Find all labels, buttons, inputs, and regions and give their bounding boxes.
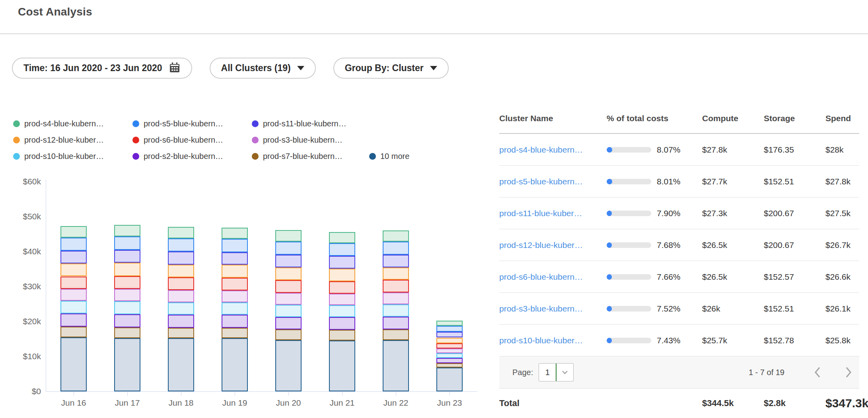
page-select[interactable]: 1: [539, 363, 574, 381]
bar-segment[interactable]: [60, 251, 87, 263]
bar-segment[interactable]: [114, 276, 140, 289]
group-by-dropdown[interactable]: Group By: Cluster: [333, 58, 449, 79]
bar-segment[interactable]: [383, 329, 409, 340]
bar-segment[interactable]: [436, 348, 463, 353]
bar-segment[interactable]: [222, 315, 248, 328]
bar-segment[interactable]: [329, 330, 355, 340]
bar-segment[interactable]: [114, 225, 140, 236]
bar-segment[interactable]: [114, 327, 140, 338]
bar-segment[interactable]: [329, 243, 355, 256]
bar-segment[interactable]: [436, 321, 463, 326]
bar-segment[interactable]: [168, 315, 194, 328]
bar-segment[interactable]: [329, 269, 355, 281]
bar-segment[interactable]: [436, 332, 463, 337]
bar-segment[interactable]: [168, 277, 194, 290]
bar-segment[interactable]: [436, 358, 463, 363]
bar-segment[interactable]: [383, 317, 409, 330]
bar-segment[interactable]: [168, 290, 194, 302]
bar-segment[interactable]: [168, 252, 194, 265]
bar-segment[interactable]: [383, 340, 409, 391]
legend-item[interactable]: prod-s5-blue-kubern…: [132, 118, 223, 130]
bar-segment[interactable]: [114, 301, 140, 314]
bar-segment[interactable]: [168, 227, 194, 238]
next-page-button[interactable]: [844, 366, 853, 379]
legend-item[interactable]: prod-s10-blue-kuber…: [13, 150, 104, 162]
bar-segment[interactable]: [383, 267, 409, 280]
bar-segment[interactable]: [275, 255, 302, 267]
bar-segment[interactable]: [275, 280, 302, 293]
bar-segment[interactable]: [222, 239, 248, 252]
bar-segment[interactable]: [329, 341, 355, 391]
cluster-name-link[interactable]: prod-s3-blue-kubern…: [499, 304, 583, 313]
legend-item[interactable]: 10 more: [369, 150, 409, 162]
bar-segment[interactable]: [436, 363, 463, 368]
legend-item[interactable]: prod-s2-blue-kubern…: [132, 150, 223, 162]
bar-segment[interactable]: [114, 289, 140, 301]
bar-segment[interactable]: [383, 242, 409, 255]
bar-segment[interactable]: [222, 228, 248, 239]
legend-item[interactable]: prod-s3-blue-kubern…: [252, 134, 343, 146]
bar-segment[interactable]: [436, 343, 463, 348]
legend-item[interactable]: prod-s12-blue-kuber…: [13, 134, 104, 146]
legend-item[interactable]: prod-s11-blue-kubern…: [252, 118, 346, 130]
bar-segment[interactable]: [436, 326, 463, 332]
legend-item[interactable]: prod-s4-blue-kubern…: [13, 118, 104, 130]
bar-segment[interactable]: [114, 338, 140, 391]
bar-segment[interactable]: [329, 232, 355, 243]
bar-segment[interactable]: [383, 292, 409, 304]
bar-segment[interactable]: [114, 250, 140, 263]
bar-segment[interactable]: [60, 301, 87, 314]
cluster-name-link[interactable]: prod-s12-blue-kuber…: [499, 240, 583, 250]
bar-segment[interactable]: [222, 328, 248, 338]
time-range-filter-button[interactable]: Time: 16 Jun 2020 - 23 Jun 2020: [12, 58, 192, 79]
bar-segment[interactable]: [329, 256, 355, 269]
bar-segment[interactable]: [329, 305, 355, 317]
bar-segment[interactable]: [222, 252, 248, 265]
legend-item[interactable]: prod-s7-blue-kubern…: [252, 150, 343, 162]
cluster-name-link[interactable]: prod-s11-blue-kuber…: [499, 209, 582, 218]
bar-segment[interactable]: [168, 302, 194, 315]
cluster-name-link[interactable]: prod-s5-blue-kubern…: [499, 177, 583, 186]
bar-segment[interactable]: [275, 242, 302, 255]
bar-segment[interactable]: [114, 263, 140, 276]
bar-segment[interactable]: [329, 317, 355, 330]
bar-segment[interactable]: [436, 353, 463, 358]
bar-segment[interactable]: [275, 317, 302, 330]
bar-segment[interactable]: [275, 329, 302, 340]
bar-segment[interactable]: [436, 368, 463, 391]
previous-page-button[interactable]: [813, 366, 822, 379]
bar-segment[interactable]: [114, 236, 140, 250]
bar-segment[interactable]: [60, 337, 87, 391]
bar-segment[interactable]: [60, 226, 87, 238]
bar-segment[interactable]: [222, 302, 248, 315]
bar-segment[interactable]: [114, 314, 140, 327]
bar-segment[interactable]: [383, 304, 409, 317]
bar-segment[interactable]: [60, 289, 87, 301]
cluster-name-link[interactable]: prod-s4-blue-kubern…: [499, 145, 583, 154]
bar-segment[interactable]: [275, 305, 302, 317]
bar-segment[interactable]: [168, 328, 194, 338]
bar-segment[interactable]: [383, 255, 409, 267]
bar-segment[interactable]: [329, 294, 355, 305]
bar-segment[interactable]: [60, 263, 87, 277]
clusters-filter-dropdown[interactable]: All Clusters (19): [210, 58, 316, 79]
bar-segment[interactable]: [60, 238, 87, 251]
bar-segment[interactable]: [329, 281, 355, 294]
bar-segment[interactable]: [222, 265, 248, 278]
bar-segment[interactable]: [168, 265, 194, 278]
bar-segment[interactable]: [60, 277, 87, 289]
bar-segment[interactable]: [222, 290, 248, 302]
bar-segment[interactable]: [222, 278, 248, 290]
bar-segment[interactable]: [168, 238, 194, 252]
bar-segment[interactable]: [275, 230, 302, 242]
bar-segment[interactable]: [436, 338, 463, 344]
bar-segment[interactable]: [60, 327, 87, 337]
bar-segment[interactable]: [275, 293, 302, 305]
bar-segment[interactable]: [383, 230, 409, 242]
bar-segment[interactable]: [222, 338, 248, 391]
cluster-name-link[interactable]: prod-s6-blue-kubern…: [499, 272, 583, 281]
cluster-name-link[interactable]: prod-s10-blue-kuber…: [499, 336, 583, 345]
bar-segment[interactable]: [60, 314, 87, 327]
bar-segment[interactable]: [275, 340, 302, 391]
bar-segment[interactable]: [275, 267, 302, 281]
